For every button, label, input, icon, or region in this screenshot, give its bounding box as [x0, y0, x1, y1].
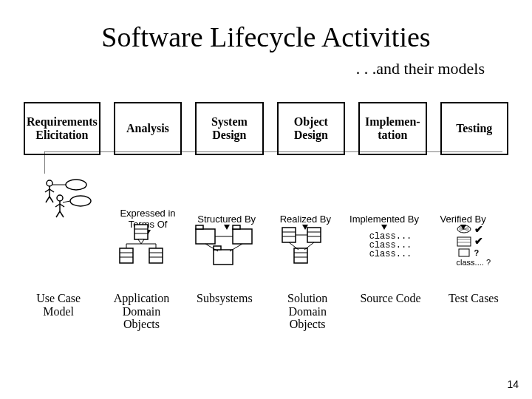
check-icon: ✔	[474, 235, 483, 248]
class-group-icon	[278, 223, 337, 267]
activity-requirements: Requirements Elicitation	[24, 102, 100, 155]
activity-object-design: Object Design	[277, 102, 345, 155]
svg-line-5	[45, 189, 50, 192]
model-source-code: class... class... class...	[355, 222, 425, 269]
slide-title: Software Lifecycle Activities	[0, 21, 532, 53]
svg-rect-33	[196, 229, 215, 244]
testcase-row: ✔	[457, 223, 491, 236]
svg-line-12	[60, 204, 64, 207]
svg-line-18	[63, 201, 70, 202]
svg-line-53	[304, 242, 314, 250]
testcase-row: ✔	[457, 235, 491, 248]
testcase-summary-line: class.... ?	[457, 258, 491, 267]
testcase-row: ?	[457, 248, 491, 258]
activity-system-design: System Design	[195, 102, 263, 155]
svg-point-15	[66, 180, 86, 190]
packages-icon	[193, 223, 256, 267]
svg-rect-22	[120, 248, 133, 263]
svg-point-16	[70, 196, 91, 206]
class-hierarchy-icon	[115, 223, 167, 267]
svg-line-13	[56, 211, 60, 217]
hatched-rect-icon	[457, 236, 471, 247]
activity-analysis: Analysis	[114, 102, 182, 155]
hatched-oval-icon	[457, 225, 471, 233]
svg-marker-32	[138, 239, 144, 244]
model-subsystems	[190, 222, 259, 269]
label-use-case-model: Use Case Model	[24, 292, 93, 331]
svg-rect-61	[459, 249, 469, 256]
svg-rect-19	[134, 225, 148, 239]
source-line: class...	[369, 250, 412, 259]
svg-rect-35	[233, 229, 252, 244]
svg-line-14	[60, 211, 64, 217]
usecase-icon	[42, 177, 95, 219]
model-usecase-cell	[24, 222, 93, 269]
slide-subtitle: . . .and their models	[0, 59, 485, 78]
svg-point-9	[57, 195, 63, 201]
model-test-cases: ✔ ✔ ? class.... ?	[439, 222, 508, 269]
svg-rect-36	[233, 225, 240, 229]
svg-rect-37	[214, 250, 233, 265]
svg-line-6	[50, 189, 54, 192]
svg-line-7	[46, 197, 50, 202]
model-app-domain-objects	[106, 222, 176, 269]
label-source-code: Source Code	[355, 292, 425, 331]
svg-line-41	[230, 244, 242, 251]
svg-rect-25	[149, 248, 163, 263]
label-test-cases: Test Cases	[439, 292, 508, 331]
question-mark-icon: ?	[474, 248, 480, 258]
label-solution-domain-objects: Solution Domain Objects	[273, 292, 342, 331]
model-labels-row: Use Case Model Application Domain Object…	[24, 292, 508, 331]
label-app-domain-objects: Application Domain Objects	[106, 292, 176, 331]
activities-row: Requirements Elicitation Analysis System…	[24, 102, 508, 155]
svg-line-11	[55, 204, 60, 207]
activity-implementation: Implemen- tation	[358, 102, 426, 155]
model-solution-domain-objects	[273, 222, 342, 269]
connector-wires	[44, 151, 502, 196]
page-number: 14	[507, 378, 519, 390]
models-row: class... class... class... ✔ ✔ ? class..…	[24, 222, 508, 269]
svg-rect-42	[282, 228, 296, 242]
svg-rect-48	[294, 248, 307, 263]
svg-point-3	[47, 180, 52, 186]
svg-rect-34	[196, 225, 203, 229]
usecase-mini-diagram	[30, 177, 109, 221]
small-rect-icon	[457, 248, 471, 258]
check-icon: ✔	[474, 223, 483, 236]
svg-rect-45	[307, 228, 321, 242]
svg-rect-58	[457, 237, 471, 246]
activity-testing: Testing	[440, 102, 508, 155]
svg-line-8	[50, 197, 53, 202]
label-subsystems: Subsystems	[190, 292, 259, 331]
